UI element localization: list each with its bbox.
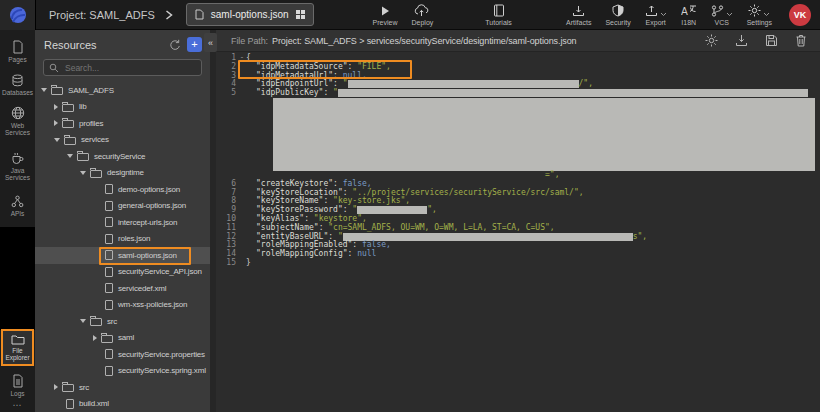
annotation-highlight-box — [238, 60, 412, 79]
top-bar: Project: SAML_ADFS saml-options.json Pre… — [0, 0, 820, 30]
sidebar-item-logs[interactable]: Logs — [0, 374, 35, 397]
refresh-icon[interactable] — [169, 39, 181, 51]
sidebar-item-file-explorer[interactable]: File Explorer — [1, 329, 34, 366]
tree-item-services[interactable]: services — [35, 132, 210, 149]
tree-item-demo-options[interactable]: demo-options.json — [35, 181, 210, 198]
chevron-collapsed-icon — [54, 104, 58, 110]
primary-actions: Preview Deploy Tutorials — [366, 4, 519, 26]
chevron-collapsed-icon — [93, 335, 97, 341]
trash-icon[interactable] — [795, 34, 807, 47]
redacted-value — [343, 233, 633, 241]
coffee-cup-icon — [11, 152, 25, 165]
tree-item-roles[interactable]: roles.json — [35, 231, 210, 248]
redacted-value — [357, 206, 427, 214]
project-name: Project: SAML_ADFS — [49, 9, 155, 21]
code-line-15: 15} — [216, 259, 820, 268]
settings-button[interactable]: Settings — [740, 4, 779, 26]
svg-text:A: A — [681, 6, 688, 17]
folder-icon — [77, 153, 89, 161]
artifacts-button[interactable]: Artifacts — [559, 4, 598, 26]
tree-item-saml-adfs[interactable]: SAML_ADFS — [35, 82, 210, 99]
security-button[interactable]: Security — [598, 4, 637, 26]
tree-item-intercept-urls[interactable]: intercept-urls.json — [35, 214, 210, 231]
save-icon[interactable] — [765, 34, 778, 47]
deploy-button[interactable]: Deploy — [404, 4, 440, 26]
globe-icon — [11, 106, 25, 120]
file-path-value: Project: SAML_ADFS > services/securitySe… — [272, 36, 576, 46]
tree-item-wm-xss-policies[interactable]: wm-xss-policies.json — [35, 297, 210, 314]
redacted-value — [338, 89, 808, 97]
branch-icon — [711, 5, 724, 17]
chevron-expanded-icon — [80, 319, 86, 323]
folder-icon — [62, 120, 74, 128]
sidebar-item-pages[interactable]: Pages — [0, 40, 35, 63]
chevron-collapsed-icon — [54, 120, 58, 126]
tree-item-lib[interactable]: lib — [35, 99, 210, 116]
chevron-down-icon — [726, 12, 733, 17]
left-rail: Pages Databases Web Services Java Servic… — [0, 30, 35, 412]
tree-item-security-service-api[interactable]: securityService_API.json — [35, 264, 210, 281]
resources-panel: Resources + SAML_ADFS lib profiles servi… — [35, 30, 210, 412]
collapse-panel-button[interactable]: « — [204, 33, 217, 52]
tree-item-src-root[interactable]: src — [35, 379, 210, 396]
gear-icon — [748, 4, 761, 17]
i18n-button[interactable]: A I18N — [674, 4, 704, 26]
sidebar-item-web-services[interactable]: Web Services — [0, 106, 35, 136]
chevron-down-icon — [763, 12, 770, 17]
add-resource-button[interactable]: + — [187, 37, 202, 52]
breadcrumb-chevron-icon — [165, 10, 173, 20]
tree-item-saml-options[interactable]: saml-options.json — [35, 247, 210, 264]
file-icon — [195, 9, 204, 20]
sidebar-item-apis[interactable]: APIs — [0, 195, 35, 217]
editor-pane: File Path: Project: SAML_ADFS > services… — [216, 30, 820, 412]
panel-divider — [210, 30, 216, 412]
sidebar-item-databases[interactable]: Databases — [0, 74, 35, 96]
book-icon — [493, 4, 505, 17]
tutorials-button[interactable]: Tutorials — [478, 4, 519, 26]
rail-overflow-button[interactable]: ⋯ — [0, 400, 35, 410]
editor-settings-gear-icon[interactable] — [705, 34, 718, 47]
chevron-collapsed-icon — [54, 384, 58, 390]
sidebar-item-java-services[interactable]: Java Services — [0, 152, 35, 181]
vcs-button[interactable]: VCS — [704, 4, 740, 26]
open-file-tab[interactable]: saml-options.json — [186, 3, 314, 26]
export-button[interactable]: Export — [638, 4, 674, 26]
download-icon[interactable] — [735, 34, 748, 47]
redacted-public-key-block — [273, 98, 815, 171]
folder-icon — [62, 384, 74, 392]
tree-item-src[interactable]: src — [35, 313, 210, 330]
code-line-14: 14"roleMappingConfig": null — [216, 250, 820, 259]
search-input[interactable] — [63, 62, 196, 74]
tree-item-security-service-spring[interactable]: securityService.spring.xml — [35, 363, 210, 380]
tree-item-designtime[interactable]: designtime — [35, 165, 210, 182]
tree-item-security-service[interactable]: securityService — [35, 148, 210, 165]
folder-icon — [62, 104, 74, 112]
upload-tray-icon — [645, 5, 658, 17]
tree-item-build-xml[interactable]: build.xml — [35, 396, 210, 412]
panel-title: Resources — [44, 39, 163, 51]
search-box[interactable] — [43, 59, 202, 76]
tree-item-security-service-properties[interactable]: securityService.properties — [35, 346, 210, 363]
preview-button[interactable]: Preview — [366, 4, 405, 26]
file-icon — [105, 234, 113, 244]
grid-icon[interactable] — [296, 10, 305, 19]
rail-spacer — [0, 227, 35, 330]
code-line-5: 5"idpPublicKey": " — [216, 89, 820, 98]
file-path-bar: File Path: Project: SAML_ADFS > services… — [216, 30, 820, 52]
log-file-icon — [12, 374, 24, 388]
shield-icon — [612, 4, 624, 17]
file-icon — [105, 366, 113, 376]
tree-item-profiles[interactable]: profiles — [35, 115, 210, 132]
code-editor[interactable]: 1-{ 2"idpMetadataSource": "FILE", 3"idpM… — [216, 52, 820, 412]
logo-icon — [9, 6, 27, 24]
tree-item-saml[interactable]: saml — [35, 330, 210, 347]
database-icon — [11, 74, 24, 87]
folder-icon — [64, 137, 76, 145]
app-logo[interactable] — [0, 0, 36, 30]
redacted-value — [348, 80, 579, 88]
tree-item-servicedef[interactable]: servicedef.xml — [35, 280, 210, 297]
user-avatar[interactable]: VK — [789, 4, 811, 26]
tree-item-general-options[interactable]: general-options.json — [35, 198, 210, 215]
download-tray-icon — [572, 4, 585, 17]
folder-icon — [90, 170, 102, 178]
